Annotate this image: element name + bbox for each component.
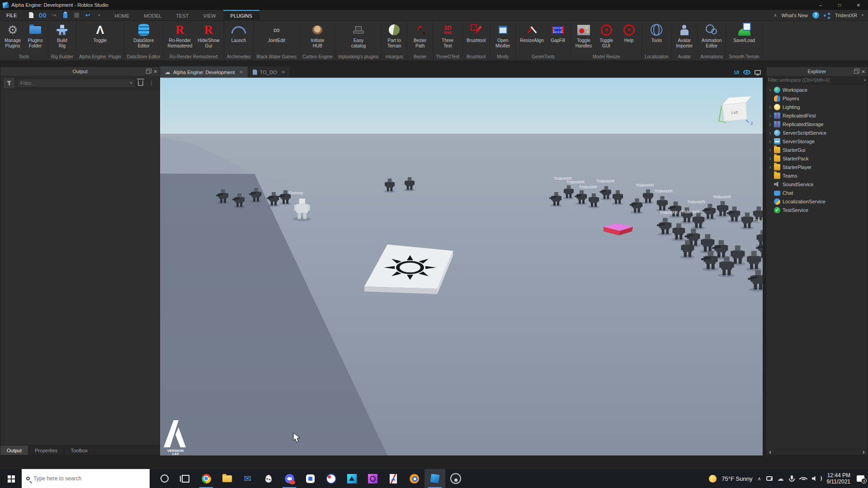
ribbon-button-ro-render-remastered[interactable]: Ro-Render Remastered (165, 22, 194, 53)
undo-icon[interactable] (84, 12, 91, 19)
taskbar-app-chrome[interactable] (196, 469, 217, 488)
taskbar-app-explorer[interactable] (217, 469, 237, 488)
ribbon-button-jointedit[interactable]: JointEdit (265, 22, 287, 53)
find-icon[interactable] (39, 12, 46, 19)
scroll-right-icon[interactable] (863, 450, 867, 454)
redo-icon[interactable] (50, 12, 57, 19)
taskbar-clock[interactable]: 12:44 PM 9/11/2021 (827, 472, 851, 485)
bottom-tab-toolbox[interactable]: Toolbox (64, 446, 94, 455)
tab-close-icon[interactable]: ✕ (281, 70, 285, 75)
ribbon-button-toggle-gui[interactable]: Toggle GUI (595, 22, 617, 53)
ribbon-button-easy-catalog[interactable]: Easy catalog (348, 22, 369, 53)
close-icon[interactable]: ✕ (862, 69, 865, 74)
ribbon-button-tools[interactable]: Tools (646, 22, 667, 53)
onedrive-icon[interactable]: ☁ (778, 475, 784, 482)
bottom-tab-properties[interactable]: Properties (28, 446, 64, 455)
output-options-icon[interactable]: ⋮ (146, 80, 156, 86)
taskbar-app-blender[interactable] (404, 469, 425, 488)
taskbar-app-cortana[interactable] (154, 469, 175, 488)
menu-tab-test[interactable]: TEST (169, 10, 196, 20)
share-icon[interactable] (824, 12, 830, 19)
tree-item-localizationservice[interactable]: LocalizationService (766, 197, 868, 206)
scroll-left-icon[interactable] (767, 450, 771, 454)
weather-text[interactable]: 75°F Sunny (722, 475, 752, 482)
taskbar-search[interactable] (22, 469, 150, 488)
tree-item-soundservice[interactable]: SoundService (766, 180, 868, 188)
paste-icon[interactable] (61, 12, 69, 19)
ribbon-button-launch[interactable]: Launch (228, 22, 250, 53)
document-tab-alpha-engine-development[interactable]: ☁Alpha Engine: Development✕ (160, 66, 248, 78)
ribbon-button-avatar-importer[interactable]: Avatar Importer (674, 22, 695, 53)
tree-item-lighting[interactable]: ›Lighting (766, 103, 868, 111)
explorer-horizontal-scrollbar[interactable] (766, 449, 868, 455)
tree-item-starterpack[interactable]: ›StarterPack (766, 154, 868, 163)
taskbar-app-obs[interactable] (445, 469, 466, 488)
output-log-area[interactable] (0, 90, 160, 445)
taskbar-app-roblox-studio[interactable] (425, 469, 445, 488)
dock-icon[interactable] (854, 70, 858, 74)
bottom-tab-output[interactable]: Output (0, 446, 28, 455)
help-icon[interactable]: ? (812, 12, 819, 19)
notifications-icon[interactable]: 3 (857, 475, 864, 482)
taskbar-app-gameloop[interactable] (300, 469, 321, 488)
new-file-icon[interactable] (28, 12, 35, 19)
caret-icon[interactable] (95, 12, 103, 19)
tree-item-replicatedstorage[interactable]: ›ReplicatedStorage (766, 120, 868, 128)
taskbar-app-affinity-photo[interactable] (362, 469, 383, 488)
collapse-ribbon-icon[interactable]: ∧ (774, 13, 777, 18)
taskbar-app-photos[interactable] (383, 469, 404, 488)
tree-item-testservice[interactable]: TestService (766, 206, 868, 214)
menu-tab-plugins[interactable]: PLUGINS (223, 10, 259, 20)
filter-dropdown-icon[interactable]: ▾ (130, 81, 132, 85)
weather-sun-icon[interactable] (709, 475, 717, 483)
expand-arrow-icon[interactable]: › (767, 164, 773, 170)
expand-arrow-icon[interactable]: › (767, 113, 773, 119)
expand-arrow-icon[interactable]: › (767, 121, 773, 127)
monitor-icon[interactable] (755, 70, 761, 75)
taskbar-app-medal[interactable] (321, 469, 341, 488)
ui-toggle-label[interactable]: UI (734, 70, 739, 75)
taskbar-app-mail[interactable] (237, 469, 258, 488)
close-button[interactable]: ✕ (849, 0, 868, 10)
explorer-filter-input[interactable] (768, 78, 864, 83)
taskbar-app-discord[interactable] (279, 469, 300, 488)
ribbon-button-help[interactable]: Help (618, 22, 640, 53)
file-menu-button[interactable]: FILE (0, 10, 23, 20)
expand-arrow-icon[interactable]: › (767, 155, 773, 162)
ribbon-button-open-minifier[interactable]: Open Minifier (492, 22, 514, 53)
expand-arrow-icon[interactable]: › (767, 104, 773, 110)
tree-item-replicatedfirst[interactable]: ›ReplicatedFirst (766, 111, 868, 120)
ribbon-button-gapfill[interactable]: GapFill (547, 22, 569, 53)
ribbon-button-brushtool[interactable]: Brushtool (464, 22, 488, 53)
meet-now-icon[interactable] (766, 476, 773, 481)
tree-item-starterplayer[interactable]: ›StarterPlayer (766, 163, 868, 171)
tree-item-chat[interactable]: Chat (766, 188, 868, 197)
minimize-button[interactable]: – (811, 0, 830, 10)
tree-item-workspace[interactable]: ›Workspace (766, 85, 868, 94)
tree-item-serverscriptservice[interactable]: ›ServerScriptService (766, 128, 868, 137)
clear-output-icon[interactable] (138, 80, 143, 86)
filter-funnel-icon[interactable] (4, 78, 14, 88)
wifi-icon[interactable] (800, 476, 807, 481)
output-filter-input[interactable] (17, 79, 135, 88)
menu-tab-view[interactable]: VIEW (196, 10, 223, 20)
close-icon[interactable]: ✕ (154, 69, 157, 74)
tree-item-startergui[interactable]: ›StarterGui (766, 145, 868, 154)
ribbon-button-initiate-hub[interactable]: Initiate HUB (307, 22, 328, 53)
dock-icon[interactable] (146, 70, 150, 74)
ribbon-button-toggle[interactable]: Toggle (89, 22, 111, 53)
taskbar-app-affinity-designer[interactable] (341, 469, 362, 488)
whats-new-link[interactable]: What's New (782, 13, 808, 18)
volume-icon[interactable] (812, 476, 818, 481)
ribbon-button-part-to-terrain[interactable]: Part to Terrain (383, 22, 405, 53)
expand-arrow-icon[interactable]: › (767, 147, 773, 153)
ribbon-button-three-text[interactable]: Three Text (437, 22, 458, 53)
eye-icon[interactable] (743, 70, 750, 75)
ribbon-button-toggle-handles[interactable]: Toggle Handles (573, 22, 594, 53)
ribbon-button-manage-plugins[interactable]: Manage Plugins (2, 22, 24, 53)
user-account-button[interactable]: TridentXR (835, 13, 857, 18)
microphone-icon[interactable] (789, 475, 795, 482)
viewport-3d-scene[interactable]: TridentXRDummyTridentXRTridentXRTridentX… (160, 78, 763, 455)
tree-item-teams[interactable]: Teams (766, 171, 868, 180)
search-input[interactable] (33, 475, 124, 482)
